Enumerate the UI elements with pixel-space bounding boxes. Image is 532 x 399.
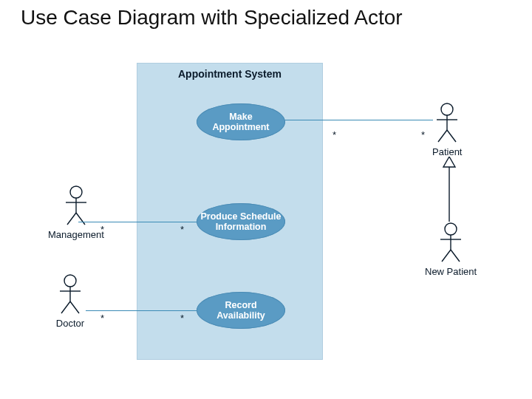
svg-point-0 — [441, 103, 453, 115]
stick-figure-icon — [432, 102, 462, 145]
svg-line-19 — [70, 301, 79, 313]
svg-line-3 — [438, 130, 447, 142]
usecase-record-availability: Record Availability — [197, 292, 285, 329]
svg-point-5 — [445, 223, 457, 235]
usecase-produce-schedule-information: Produce Schedule Information — [197, 203, 285, 240]
usecase-label: Make Appointment — [212, 112, 269, 133]
actor-label: Management — [48, 229, 104, 240]
usecase-label: Record Availability — [216, 300, 265, 321]
actor-patient: Patient — [432, 102, 462, 157]
multiplicity: * — [421, 129, 425, 140]
actor-label: Doctor — [55, 318, 85, 329]
multiplicity: * — [180, 313, 184, 324]
svg-line-13 — [67, 213, 76, 225]
usecase-label: Produce Schedule Information — [200, 211, 281, 233]
actor-label: New Patient — [425, 266, 477, 277]
stick-figure-icon — [436, 222, 466, 265]
generalization-arrow — [442, 157, 457, 223]
svg-point-10 — [70, 186, 82, 198]
svg-line-4 — [447, 130, 456, 142]
actor-new-patient: New Patient — [425, 222, 477, 277]
stick-figure-icon — [55, 273, 85, 316]
svg-line-18 — [61, 301, 70, 313]
system-name: Appointment System — [137, 68, 322, 80]
usecase-make-appointment: Make Appointment — [197, 103, 285, 140]
svg-line-8 — [442, 250, 451, 262]
multiplicity: * — [100, 313, 104, 324]
actor-label: Patient — [432, 146, 462, 157]
association-line — [78, 222, 197, 222]
svg-line-14 — [76, 213, 85, 225]
svg-point-15 — [64, 275, 76, 287]
association-line — [285, 120, 433, 120]
multiplicity: * — [332, 129, 336, 140]
multiplicity: * — [100, 224, 104, 235]
actor-doctor: Doctor — [55, 273, 85, 329]
actor-management: Management — [48, 185, 104, 240]
svg-line-9 — [451, 250, 460, 262]
page-title: Use Case Diagram with Specialized Actor — [21, 6, 403, 30]
svg-marker-21 — [443, 157, 455, 167]
association-line — [86, 310, 197, 311]
multiplicity: * — [180, 224, 184, 235]
